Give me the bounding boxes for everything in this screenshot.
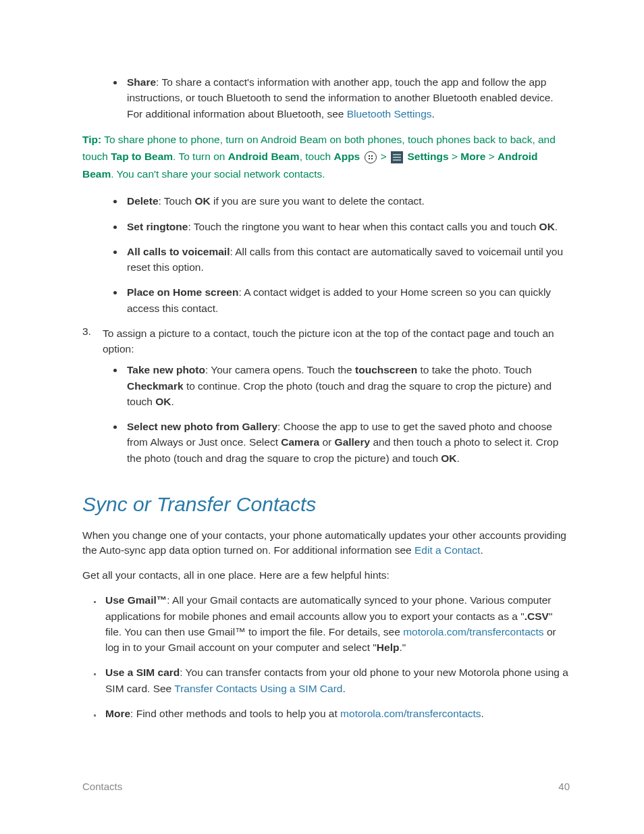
list-item: All calls to voicemail: All calls from t… bbox=[124, 244, 570, 276]
apps-icon bbox=[365, 151, 377, 163]
tail: . bbox=[480, 544, 483, 556]
bullet-list-options: Delete: Touch OK if you are sure you wan… bbox=[82, 193, 570, 316]
ok: OK bbox=[195, 195, 211, 207]
seg: When you change one of your contacts, yo… bbox=[82, 529, 566, 556]
apps-label: Apps bbox=[333, 151, 360, 162]
tail: . bbox=[432, 108, 435, 120]
item-label: Share bbox=[127, 76, 156, 88]
item-label: More bbox=[105, 708, 130, 719]
seg: : Touch bbox=[159, 195, 195, 207]
paragraph-hints-intro: Get all your contacts, all in one place.… bbox=[82, 568, 570, 583]
seg: to take the photo. Touch bbox=[417, 364, 531, 375]
page-footer: Contacts 40 bbox=[82, 781, 570, 792]
csv: .CSV bbox=[525, 610, 549, 622]
list-item: Share: To share a contact's information … bbox=[124, 74, 570, 122]
item-label: Take new photo bbox=[127, 364, 205, 375]
seg: : Find other methods and tools to help y… bbox=[130, 708, 340, 719]
tap-to-beam: Tap to Beam bbox=[111, 151, 173, 162]
link-bluetooth-settings[interactable]: Bluetooth Settings bbox=[347, 108, 432, 120]
seg: if you are sure you want to delete the c… bbox=[211, 195, 425, 207]
footer-section: Contacts bbox=[82, 781, 122, 792]
list-item: Use a SIM card: You can transfer contact… bbox=[103, 664, 570, 696]
settings-icon bbox=[391, 151, 403, 163]
tip-block: Tip: To share phone to phone, turn on An… bbox=[82, 131, 570, 183]
list-item: Select new photo from Gallery: Choose th… bbox=[124, 419, 570, 466]
section-heading-sync: Sync or Transfer Contacts bbox=[82, 493, 570, 516]
link-transfer-contacts-2[interactable]: motorola.com/transfercontacts bbox=[340, 708, 481, 719]
item-label: All calls to voicemail bbox=[127, 246, 230, 257]
tail: . bbox=[171, 396, 173, 407]
item-label: Use Gmail™ bbox=[105, 594, 167, 606]
ok: OK bbox=[155, 396, 171, 407]
gallery: Gallery bbox=[335, 436, 371, 448]
seg: : Touch the ringtone you want to hear wh… bbox=[188, 221, 539, 232]
touchscreen: touchscreen bbox=[355, 364, 417, 375]
tip-label: Tip: bbox=[82, 134, 101, 145]
bullet-list-share: Share: To share a contact's information … bbox=[82, 74, 570, 122]
item-label: Delete bbox=[127, 195, 159, 207]
help: Help bbox=[377, 642, 400, 653]
settings-label: Settings bbox=[408, 151, 449, 162]
item-label: Use a SIM card bbox=[105, 667, 180, 678]
seg: : Your camera opens. Touch the bbox=[205, 364, 355, 375]
list-item: Place on Home screen: A contact widget i… bbox=[124, 284, 570, 316]
step-text: To assign a picture to a contact, touch … bbox=[103, 325, 570, 357]
tail: . bbox=[457, 452, 460, 464]
item-label: Place on Home screen bbox=[127, 286, 238, 298]
more-label: More bbox=[460, 151, 485, 162]
tail: . bbox=[481, 708, 484, 719]
gt: > bbox=[378, 151, 390, 162]
seg: or bbox=[319, 436, 334, 448]
seg: , touch bbox=[300, 151, 334, 162]
item-text: : To share a contact's information with … bbox=[127, 76, 554, 120]
tail: . You can't share your social network co… bbox=[111, 168, 325, 180]
link-transfer-contacts[interactable]: motorola.com/transfercontacts bbox=[403, 626, 543, 637]
tail: . bbox=[555, 221, 558, 232]
tail: ." bbox=[399, 642, 406, 653]
camera: Camera bbox=[281, 436, 319, 448]
document-page: Share: To share a contact's information … bbox=[0, 0, 644, 771]
seg: : All your Gmail contacts are automatica… bbox=[105, 594, 552, 621]
list-item: Use Gmail™: All your Gmail contacts are … bbox=[103, 592, 570, 655]
link-edit-contact[interactable]: Edit a Contact bbox=[414, 544, 480, 556]
item-label: Select new photo from Gallery bbox=[127, 421, 277, 432]
ok: OK bbox=[441, 452, 456, 464]
list-item: Set ringtone: Touch the ringtone you wan… bbox=[124, 219, 570, 234]
item-label: Set ringtone bbox=[127, 221, 188, 232]
gt: > bbox=[485, 151, 498, 162]
ordered-step-3: 3. To assign a picture to a contact, tou… bbox=[82, 325, 570, 357]
ok: OK bbox=[539, 221, 555, 232]
android-beam: Android Beam bbox=[228, 151, 300, 162]
checkmark: Checkmark bbox=[127, 380, 184, 392]
step-number: 3. bbox=[82, 325, 103, 357]
list-item: Take new photo: Your camera opens. Touch… bbox=[124, 362, 570, 409]
paragraph-sync-intro: When you change one of your contacts, yo… bbox=[82, 528, 570, 558]
list-item: More: Find other methods and tools to he… bbox=[103, 706, 570, 721]
list-item: Delete: Touch OK if you are sure you wan… bbox=[124, 193, 570, 209]
link-transfer-sim[interactable]: Transfer Contacts Using a SIM Card bbox=[174, 683, 342, 694]
seg: . To turn on bbox=[173, 151, 228, 162]
seg: to continue. Crop the photo (touch and d… bbox=[127, 380, 552, 407]
gt: > bbox=[449, 151, 461, 162]
tail: . bbox=[342, 683, 345, 694]
bullet-list-hints: Use Gmail™: All your Gmail contacts are … bbox=[82, 592, 570, 721]
footer-page-number: 40 bbox=[558, 781, 570, 792]
bullet-list-photo: Take new photo: Your camera opens. Touch… bbox=[82, 362, 570, 466]
